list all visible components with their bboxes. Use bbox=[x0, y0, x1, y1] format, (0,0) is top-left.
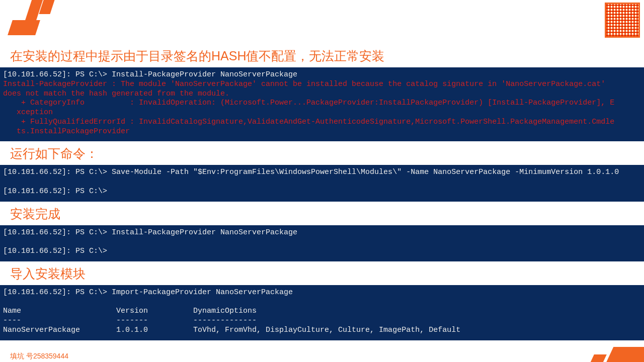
heading-1: 在安装的过程中提示由于目录签名的HASH值不配置，无法正常安装 bbox=[0, 0, 644, 67]
qr-code-icon bbox=[605, 3, 640, 38]
term2-l3: [10.101.66.52]: PS C:\> bbox=[3, 187, 107, 196]
term4-l3: Name Version DynamicOptions bbox=[3, 307, 257, 315]
term4-l5: NanoServerPackage 1.0.1.0 ToVhd, FromVhd… bbox=[3, 326, 460, 334]
term1-err4: xception bbox=[3, 108, 53, 117]
heading-3: 安装完成 bbox=[0, 202, 644, 225]
terminal-block-3: [10.101.66.52]: PS C:\> Install-PackageP… bbox=[0, 225, 644, 261]
term3-l1: [10.101.66.52]: PS C:\> Install-PackageP… bbox=[3, 228, 297, 237]
term2-l1: [10.101.66.52]: PS C:\> Save-Module -Pat… bbox=[3, 168, 619, 176]
term1-err2: does not match the hash generated from t… bbox=[3, 89, 229, 98]
term1-err5: + FullyQualifiedErrorId : InvalidCatalog… bbox=[3, 118, 614, 126]
term4-l1: [10.101.66.52]: PS C:\> Import-PackagePr… bbox=[3, 288, 293, 297]
terminal-block-4: [10.101.66.52]: PS C:\> Import-PackagePr… bbox=[0, 285, 644, 340]
term1-cmd: [10.101.66.52]: PS C:\> Install-PackageP… bbox=[3, 70, 297, 79]
heading-4: 导入安装模块 bbox=[0, 261, 644, 285]
heading-2: 运行如下命令： bbox=[0, 141, 644, 165]
footer-text: 填坑 号258359444 bbox=[10, 352, 68, 361]
term4-l4: ---- ------- -------------- bbox=[3, 316, 257, 325]
term3-l3: [10.101.66.52]: PS C:\> bbox=[3, 247, 107, 255]
term1-err6: ts.InstallPackageProvider bbox=[3, 127, 130, 136]
term1-err1: Install-PackageProvider : The module 'Na… bbox=[3, 80, 605, 88]
terminal-block-2: [10.101.66.52]: PS C:\> Save-Module -Pat… bbox=[0, 165, 644, 201]
footer-deco-icon bbox=[574, 342, 644, 362]
terminal-block-1: [10.101.66.52]: PS C:\> Install-PackageP… bbox=[0, 67, 644, 141]
logo-icon bbox=[10, 0, 50, 38]
term1-err3: + CategoryInfo : InvalidOperation: (Micr… bbox=[3, 99, 614, 107]
